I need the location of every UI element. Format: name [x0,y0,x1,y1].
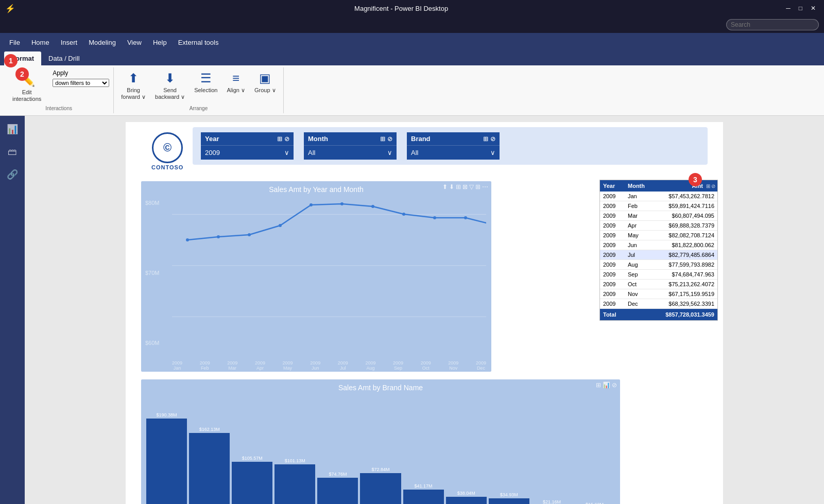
col-month: Month [625,180,649,192]
brand-slicer-icons: ⊞ ⊘ [483,135,495,143]
title-bar: ⚡ Magnificent - Power BI Desktop ─ □ ✕ [0,0,824,16]
table-row: 2009 Mar $60,807,494.095 [600,211,717,221]
slicers-row: Year ⊞ ⊘ 2009 ∨ Month [193,127,708,165]
bar-chart: Sales Amt by Brand Name ⊞ 📊 ⊘ $190.38M C… [141,379,620,504]
cell-amt-mar: $60,807,494.095 [649,211,717,220]
selection-label: Selection [194,87,217,94]
cell-year-aug: 2009 [600,260,625,269]
ribbon-content: 1 2 ✏️ Editinteractions Apply down filte… [0,65,824,115]
chart-icon-7[interactable]: ⋯ [482,183,488,190]
sidebar-report-icon[interactable]: 📊 [3,120,22,138]
cell-month-mar: Mar [625,211,649,220]
table-row: 2009 Apr $69,888,328.7379 [600,221,717,231]
app-icon: ⚡ [5,4,15,13]
chart-icon-1[interactable]: ⬆ [442,183,448,190]
year-slicer-icon2[interactable]: ⊘ [284,135,289,143]
send-backward-label: Sendbackward ∨ [155,87,185,100]
sidebar-data-icon[interactable]: 🗃 [3,143,22,161]
bar-northwind: $21.16M Northwind Traders [531,499,572,504]
line-chart: Sales Amt by Year and Month ⬆ ⬇ ⊞ ⊠ ▽ ⊞ … [141,181,491,372]
bar-icon3[interactable]: ⊘ [612,381,617,389]
xaxis-jul: 2009Jul [338,360,348,371]
left-sidebar: 📊 🗃 🔗 [0,116,25,504]
bar-rect-phonecompany [403,490,444,504]
year-slicer-value: 2009 [205,149,220,157]
table-icon1[interactable]: ⊞ [706,183,710,189]
menu-help[interactable]: Help [148,37,172,48]
yaxis-70m: $70M [145,270,160,276]
cell-month-jul: Jul [625,250,649,259]
bar-icon2[interactable]: 📊 [603,381,610,389]
send-backward-icon: ⬇ [165,71,175,85]
month-slicer-icon1[interactable]: ⊞ [380,135,385,143]
xaxis-oct: 2009Oct [421,360,431,371]
chart-icon-2[interactable]: ⬇ [449,183,454,190]
cell-year-sep: 2009 [600,270,625,279]
bar-fabrikam: $162.13M Fabrikam [189,427,230,504]
menu-modeling[interactable]: Modeling [83,37,121,48]
align-btn[interactable]: ≡ Align ∨ [224,69,248,95]
menu-insert[interactable]: Insert [56,37,83,48]
apply-select[interactable]: down filters to [53,79,109,87]
menu-external[interactable]: External tools [173,37,224,48]
brand-slicer-icon1[interactable]: ⊞ [483,135,488,143]
brand-slicer-dropdown[interactable]: All ∨ [407,145,500,160]
cell-month-oct: Oct [625,280,649,289]
menu-file[interactable]: File [4,37,25,48]
xaxis-feb: 2009Feb [200,360,210,371]
align-icon: ≡ [232,71,239,85]
bar-southridge: $34.93M Southridge Video [489,492,529,504]
group-btn[interactable]: ▣ Group ∨ [251,69,279,95]
bar-adatum: $38.04M A. Datum [446,491,487,504]
selection-btn[interactable]: ☰ Selection [191,69,220,95]
month-slicer-dropdown[interactable]: All ∨ [304,145,397,160]
cell-amt-oct: $75,213,262.4072 [649,280,717,289]
cell-amt-nov: $67,175,159.9519 [649,289,717,299]
minimize-btn[interactable]: ─ [783,4,794,13]
table-row: 2009 Jan $57,453,262.7812 [600,192,717,201]
bar-rect-fabrikam [189,433,230,504]
bar-rect-contoso [146,419,187,504]
xaxis-sep: 2009Sep [393,360,403,371]
arrange-group-label: Arrange [190,105,208,111]
arrange-items: ⬆ Bringforward ∨ ⬇ Sendbackward ∨ ☰ Sele… [118,69,279,105]
tab-data-drill[interactable]: Data / Drill [41,51,87,65]
table-row: 2009 Dec $68,329,562.3391 [600,299,717,309]
year-slicer-icon1[interactable]: ⊞ [277,135,282,143]
month-slicer-icons: ⊞ ⊘ [380,135,392,143]
bring-forward-btn[interactable]: ⬆ Bringforward ∨ [118,69,149,102]
table-icon2[interactable]: ⊘ [711,183,715,189]
main-canvas: © CONTOSO Year ⊞ ⊘ 2009 ∨ [25,116,824,504]
send-backward-btn[interactable]: ⬇ Sendbackward ∨ [152,69,188,102]
close-btn[interactable]: ✕ [808,4,819,13]
search-input[interactable] [726,19,819,30]
xaxis-may: 2009May [283,360,293,371]
brand-slicer-header: Brand ⊞ ⊘ [407,132,500,145]
bar-contoso: $190.38M Contoso [146,412,187,504]
svg-point-10 [402,213,405,216]
bar-icon1[interactable]: ⊞ [596,381,601,389]
bring-forward-label: Bringforward ∨ [121,87,146,100]
chart-xaxis: 2009Jan 2009Feb 2009Mar 2009Apr 2009May … [172,360,486,371]
month-slicer-arrow: ∨ [387,149,392,157]
year-slicer-dropdown[interactable]: 2009 ∨ [201,145,294,160]
cell-amt-aug: $77,599,793.8982 [649,260,717,269]
menu-view[interactable]: View [122,37,147,48]
chart-icon-6[interactable]: ⊞ [475,183,480,190]
month-slicer-icon2[interactable]: ⊘ [387,135,392,143]
maximize-btn[interactable]: □ [796,4,805,13]
bar-proseware: $74.76M Proseware [317,472,358,504]
bar-rect-proseware [317,478,358,504]
total-amt: $857,728,031.3459 [649,309,717,320]
cell-year-feb: 2009 [600,201,625,211]
menu-home[interactable]: Home [26,37,55,48]
chart-icon-4[interactable]: ⊠ [462,183,468,190]
chart-icon-5[interactable]: ▽ [469,183,474,190]
bar-tailspin: $15.62M Tailspin Toys [574,502,615,504]
brand-slicer-icon2[interactable]: ⊘ [490,135,495,143]
sidebar-model-icon[interactable]: 🔗 [3,165,22,184]
svg-point-11 [433,216,436,219]
bar-litware: $105.57M Litware [232,456,272,504]
chart-icon-3[interactable]: ⊞ [456,183,461,190]
year-slicer-arrow: ∨ [284,149,289,157]
